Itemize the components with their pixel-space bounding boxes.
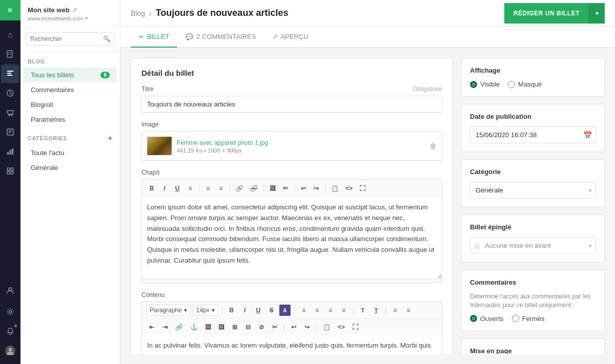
external-link-icon[interactable]: ↗ — [72, 7, 77, 14]
tab-apercu[interactable]: ↗ APERÇU — [264, 27, 316, 48]
rail-notifications-icon[interactable] — [1, 322, 19, 340]
toolbar-bold[interactable]: B — [146, 183, 157, 194]
rail-shop-icon[interactable] — [1, 103, 19, 122]
contenu-toolbar-row2: ⇤ ⇥ 🔗 ⚓ 🖼 🖼 ⊞ ⊟ ⊘ ✂ ↩ ↪ — [142, 319, 442, 335]
masque-radio[interactable] — [508, 81, 515, 88]
chapo-editor[interactable]: Lorem ipsum dolor sit amet, consectetur … — [141, 197, 442, 279]
sidebar-item-commentaires[interactable]: Commentaires — [24, 82, 117, 97]
article-form: Détail du billet Titre Obligatoire Image — [131, 58, 453, 354]
ouverts-radio-item[interactable]: Ouverts — [470, 315, 504, 323]
contenu-img[interactable]: 🖼 — [202, 322, 214, 333]
visible-radio[interactable] — [470, 81, 477, 88]
rail-home-icon[interactable]: ⌂ — [1, 26, 19, 44]
sidebar-item-toute-lactu[interactable]: Toute l'actu — [24, 145, 117, 160]
contenu-redo[interactable]: ↪ — [301, 322, 313, 333]
svg-rect-13 — [11, 168, 13, 170]
contenu-undo[interactable]: ↩ — [288, 322, 299, 333]
billet-tab-icon: ✏ — [139, 33, 144, 40]
contenu-anchor[interactable]: ⚓ — [188, 322, 200, 333]
toolbar-align[interactable]: ≡ — [184, 183, 196, 194]
rail-design-icon[interactable] — [1, 84, 19, 102]
add-category-button[interactable]: + — [108, 134, 113, 142]
site-url[interactable]: www.monsiteweb.com ▾ — [28, 15, 113, 22]
toolbar-fullscreen[interactable]: ⛶ — [357, 183, 368, 194]
contenu-code[interactable]: <> — [335, 322, 347, 333]
contenu-cut2[interactable]: ✂ — [269, 322, 280, 333]
sidebar-item-generale[interactable]: Générale — [24, 160, 117, 175]
toolbar-redo[interactable]: ↪ — [311, 183, 322, 194]
pin-select[interactable]: Aucune mise en avant — [470, 237, 596, 254]
rail-avatar-icon[interactable] — [1, 341, 19, 360]
contenu-ol[interactable]: ≡ — [389, 305, 401, 316]
sidebar-item-parametres[interactable]: Paramètres — [24, 112, 117, 127]
paragraph-dropdown-arrow: ▾ — [184, 307, 187, 314]
contenu-bg-color[interactable]: A — [279, 305, 291, 316]
search-input[interactable] — [26, 32, 115, 46]
date-pub-card: Date de publication 📅 — [461, 104, 605, 152]
contenu-img2[interactable]: 🖼 — [216, 322, 227, 333]
contenu-table[interactable]: ⊞ — [229, 322, 240, 333]
sidebar-item-blogroll[interactable]: Blogroll — [24, 97, 117, 112]
contenu-bold[interactable]: B — [226, 305, 237, 316]
toolbar-italic[interactable]: I — [159, 183, 170, 194]
contenu-paste[interactable]: 📋 — [320, 322, 333, 333]
ouverts-radio[interactable] — [470, 315, 477, 322]
chapo-resize-handle[interactable] — [141, 279, 442, 283]
contenu-sep-3 — [353, 306, 354, 314]
contenu-table-del[interactable]: ⊘ — [256, 322, 267, 333]
rail-analytics-icon[interactable] — [1, 142, 19, 161]
toolbar-cut[interactable]: ✂ — [280, 183, 291, 194]
rediger-billet-button[interactable]: RÉDIGER UN BILLET — [504, 3, 589, 24]
tab-commentaires[interactable]: 💬 2 COMMENTAIRES — [177, 27, 264, 48]
rail-settings-icon[interactable] — [1, 303, 19, 321]
contenu-outdent[interactable]: ⇤ — [146, 322, 157, 333]
contenu-font-color-2[interactable]: T — [371, 305, 382, 316]
contenu-indent[interactable]: ⇥ — [159, 322, 171, 333]
font-size-dropdown[interactable]: 14px ▾ — [193, 305, 218, 316]
icon-rail: K ⌂ — [0, 0, 20, 364]
sidebar-item-tous-les-billets[interactable]: Tous les billets 6 — [24, 68, 117, 82]
contenu-link[interactable]: 🔗 — [173, 322, 186, 333]
image-delete-button[interactable]: 🗑 — [429, 142, 437, 150]
titre-input[interactable] — [141, 96, 442, 113]
contenu-align-justify[interactable]: ≡ — [338, 305, 350, 316]
contenu-italic[interactable]: I — [239, 305, 251, 316]
contenu-ul[interactable]: ≡ — [403, 305, 414, 316]
rediger-billet-arrow-button[interactable]: ▾ — [589, 3, 605, 24]
rail-modules-icon[interactable] — [1, 162, 19, 180]
contenu-align-right[interactable]: ≡ — [325, 305, 336, 316]
fermes-radio[interactable] — [512, 315, 519, 322]
fermes-radio-item[interactable]: Fermés — [512, 315, 545, 323]
contenu-table-row[interactable]: ⊟ — [242, 322, 254, 333]
contenu-font-color[interactable]: T — [357, 305, 368, 316]
toolbar-underline[interactable]: U — [172, 183, 183, 194]
contenu-editor[interactable]: In ac pulvinar felis. Vivamus ac lorem v… — [141, 335, 442, 354]
rail-pages-icon[interactable] — [1, 45, 19, 63]
date-input[interactable] — [470, 126, 596, 143]
toolbar-paste[interactable]: 📋 — [329, 183, 341, 194]
toolbar-undo[interactable]: ↩ — [298, 183, 309, 194]
contenu-fullscreen[interactable]: ⛶ — [350, 322, 361, 333]
toolbar-sep-3 — [263, 184, 264, 192]
contenu-label: Contenu — [141, 291, 442, 298]
tab-billet[interactable]: ✏ BILLET — [131, 27, 177, 48]
toolbar-link[interactable]: 🔗 — [233, 183, 246, 194]
rail-users-icon[interactable] — [1, 281, 19, 299]
right-sidebar: Affichage Visible Masqué Date de publica… — [461, 58, 605, 354]
rail-forms-icon[interactable] — [1, 123, 19, 141]
contenu-align-left[interactable]: ≡ — [298, 305, 310, 316]
toolbar-ol[interactable]: ≡ — [202, 183, 214, 194]
paragraph-dropdown[interactable]: Paragraphe ▾ — [146, 305, 191, 316]
toolbar-ul[interactable]: ≡ — [215, 183, 227, 194]
contenu-strikethrough[interactable]: S — [266, 305, 277, 316]
masque-radio-item[interactable]: Masqué — [508, 80, 542, 88]
categorie-select[interactable]: Générale Toute l'actu — [470, 182, 596, 199]
visible-radio-item[interactable]: Visible — [470, 80, 500, 88]
contenu-align-center[interactable]: ≡ — [312, 305, 323, 316]
toolbar-unlink[interactable]: 🔗 — [248, 183, 260, 194]
toolbar-image[interactable]: 🖼 — [267, 183, 278, 194]
toolbar-code[interactable]: <> — [343, 183, 355, 194]
contenu-underline[interactable]: U — [253, 305, 264, 316]
rail-blog-icon[interactable] — [1, 65, 19, 83]
image-filename-link[interactable]: Femme avec appareil photo 1.jpg — [177, 139, 268, 146]
